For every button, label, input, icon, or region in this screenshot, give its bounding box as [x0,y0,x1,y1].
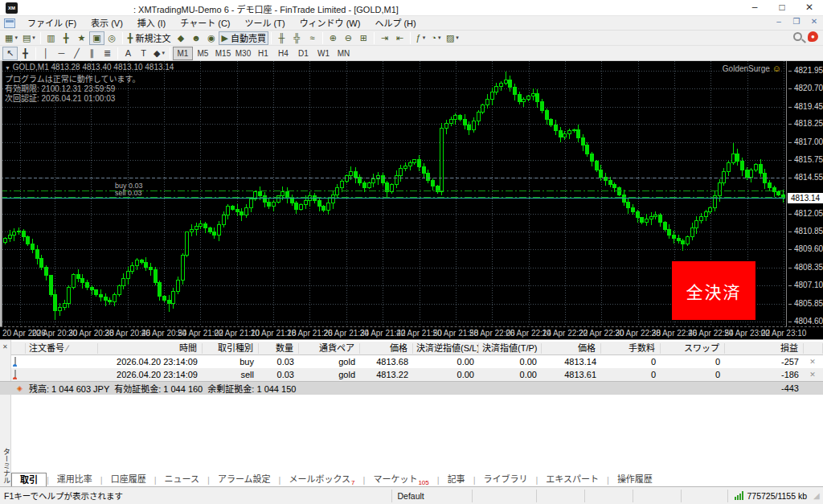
auto-scroll-button[interactable]: ⇥ [377,31,392,45]
trendline-tool-button[interactable]: ╱ [69,47,84,60]
horizontal-line-tool-button[interactable]: ─ [54,47,69,60]
text-label-tool-button[interactable]: T [136,47,151,60]
resize-grip[interactable]: ◢ [813,491,823,500]
close-button[interactable]: ✕ [796,0,823,16]
column-header-5[interactable]: 価格 [360,343,413,354]
profiles-dropdown-icon[interactable]: ▾ [32,35,35,41]
menu-item-4[interactable]: ツール (T) [238,18,293,28]
new-chart-dropdown-icon[interactable]: ▾ [14,35,18,41]
timeframe-mn-button[interactable]: MN [334,47,354,60]
column-header-6[interactable]: 決済逆指値(S/L) [413,343,479,354]
orders-table-header[interactable]: 注文番号 ∕時間取引種別数量通貨ペア価格決済逆指値(S/L)決済指値(T/P)価… [11,342,823,355]
tab-3-item[interactable]: ニュース [157,473,207,487]
search-icon[interactable] [793,32,802,41]
periods-button[interactable]: ◔▾ [428,31,444,45]
menu-item-5[interactable]: ウィンドウ (W) [293,18,368,28]
indicators-dropdown-icon[interactable]: ▾ [423,35,426,41]
tab-5-item[interactable]: メールボックス7 [280,473,362,487]
crosshair-tool-button[interactable]: ╋ [18,47,33,60]
maximize-button[interactable]: □ [768,0,796,16]
vertical-line-tool-button[interactable]: │ [39,47,54,60]
timeframe-m5-button[interactable]: M5 [193,47,213,60]
mql5-community-button[interactable]: ☻ [188,31,203,45]
mdi-close-button[interactable]: ✕ [809,17,820,26]
mdi-restore-button[interactable]: ❐ [791,17,802,26]
shapes-tool-button[interactable]: ◆▾ [151,47,167,60]
virtual-hosting-button[interactable]: ◉ [203,31,219,45]
chart-shift-button[interactable]: ⇤ [392,31,407,45]
order-type-icon [14,357,16,367]
menu-item-2[interactable]: 挿入 (I) [130,18,173,28]
tab-7-item[interactable]: 記事 [440,473,473,487]
menu-item-6[interactable]: ヘルプ (H) [367,18,423,28]
column-header-10[interactable]: スワップ [661,343,725,354]
tile-windows-button[interactable]: ⊞ [356,31,371,45]
timeframe-w1-button[interactable]: W1 [313,47,334,60]
tab-1-item[interactable]: 運用比率 [49,473,100,487]
line-chart-mode-button[interactable]: ≈ [305,31,320,45]
tab-10-item[interactable]: 操作履歴 [609,473,661,487]
data-window-button[interactable]: ╋ [59,31,74,45]
column-header-8[interactable]: 価格 [542,343,601,354]
mdi-minimize-button[interactable]: – [773,17,784,26]
channel-tool-button[interactable]: ∥ [84,47,100,60]
new-chart-button[interactable]: ▦▾ [2,31,20,45]
fibonacci-tool-button[interactable]: ≣ [100,47,115,60]
templates-button[interactable]: ▨▾ [444,31,461,45]
column-header-2[interactable]: 取引種別 [203,343,259,354]
tab-9-item[interactable]: エキスパート [538,473,607,487]
autotrading-button[interactable]: ▶自動売買 [219,31,268,45]
column-header-4[interactable]: 通貨ペア [299,343,360,354]
profiles-button[interactable]: ▤▾ [20,31,38,45]
indicators-button[interactable]: ƒ▾ [413,31,428,45]
zoom-out-button[interactable]: ⊖ [341,31,356,45]
close-all-button[interactable]: 全決済 [672,261,755,320]
navigator-button[interactable]: ★ [74,31,89,45]
tab-2-item[interactable]: 口座履歴 [103,473,154,487]
bar-chart-mode-button[interactable]: ╫ [274,31,289,45]
new-order-button[interactable]: ╋新規注文 [125,31,174,45]
timeframe-m30-button[interactable]: M30 [233,47,253,60]
collapse-arrow-icon[interactable]: ▼ [5,65,10,71]
column-header-7[interactable]: 決済指値(T/P) [479,343,542,354]
minimize-button[interactable]: – [741,0,768,16]
tab-0-active[interactable]: 取引 [11,473,47,487]
tab-8-item[interactable]: ライブラリ [475,473,535,487]
menu-item-1[interactable]: 表示 (V) [84,18,130,28]
candlestick-mode-button[interactable]: ╬ [289,31,305,45]
menu-item-3[interactable]: チャート (C) [173,18,237,28]
timeframe-m1-button[interactable]: M1 [173,47,193,60]
column-header-9[interactable]: 手数料 [601,343,661,354]
tab-6-item[interactable]: マーケット105 [365,473,436,487]
order-row-sell[interactable]: 2026.04.20 23:14:09sell0.03gold4813.220.… [11,368,823,381]
order-row-buy[interactable]: 2026.04.20 23:14:09buy0.03gold4813.680.0… [11,355,823,368]
market-watch-button[interactable]: ▥ [43,31,59,45]
timeframe-m15-button[interactable]: M15 [213,47,233,60]
zoom-in-button[interactable]: ⊕ [326,31,341,45]
text-tool-button[interactable]: A [121,47,136,60]
column-header-1[interactable]: 時間 [98,343,203,354]
timeframe-h1-button[interactable]: H1 [253,47,273,60]
time-axis[interactable]: 20 Apr 202620 Apr 20:3020 Apr 20:3820 Ap… [0,326,823,339]
close-position-button[interactable]: ✕ [804,358,823,366]
timeframe-d1-button[interactable]: D1 [293,47,313,60]
price-axis[interactable]: 4821.954820.704819.454818.254817.004815.… [786,61,823,326]
shapes-dropdown-icon[interactable]: ▾ [162,50,165,56]
terminal-button[interactable]: ▣ [89,31,104,45]
column-header-order[interactable]: 注文番号 ∕ [26,343,98,354]
metaeditor-button[interactable]: ◆ [173,31,188,45]
column-header-3[interactable]: 数量 [259,343,299,354]
cursor-tool-button[interactable]: ↖ [2,47,18,60]
status-profile[interactable]: Default [391,490,472,502]
timeframe-h4-button[interactable]: H4 [273,47,293,60]
close-position-button[interactable]: ✕ [804,371,823,379]
tab-4-item[interactable]: アラーム設定 [210,473,279,487]
templates-dropdown-icon[interactable]: ▾ [456,35,459,41]
strategy-tester-button[interactable]: ◎ [104,31,120,45]
column-header-11[interactable]: 損益 [725,343,804,354]
ea-smiley-icon[interactable]: ☺ [772,64,781,73]
notification-icon[interactable]: ● [808,31,818,42]
terminal-close-icon[interactable]: ✕ [2,343,8,350]
menu-item-0[interactable]: ファイル (F) [20,18,84,28]
periods-dropdown-icon[interactable]: ▾ [438,35,441,41]
